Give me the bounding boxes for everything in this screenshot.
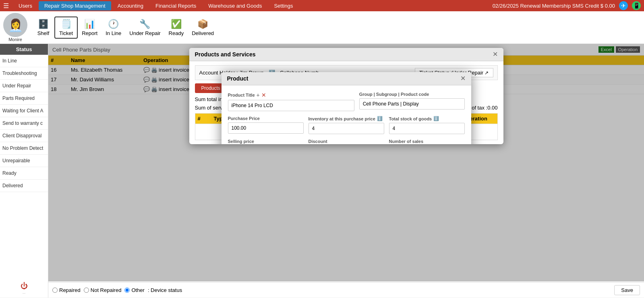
sidebar-item-ready[interactable]: Ready	[0, 167, 48, 180]
sidebar-item-parts-required[interactable]: Parts Required	[0, 92, 48, 105]
toolbar-area: 👩‍💼 Monire 🗄️ Shelf 🗒️ Ticket 📊 Report 🕐…	[0, 11, 644, 44]
products-services-modal: Products and Services ✕ Account Holder :…	[189, 48, 503, 144]
ps-modal-overlay: Products and Services ✕ Account Holder :…	[48, 44, 644, 281]
other-option[interactable]: Other	[124, 287, 145, 293]
nav-repair-shop[interactable]: Repair Shop Management	[39, 1, 111, 10]
sidebar-item-unrepairable[interactable]: Unrepairable	[0, 155, 48, 167]
avatar: 👩‍💼	[3, 13, 27, 37]
content-area: Cell Phone Parts Display Excel Operation…	[48, 44, 644, 298]
sidebar-item-no-problem[interactable]: No Problem Detect	[0, 142, 48, 155]
power-icon[interactable]: ⏻ ...	[0, 279, 48, 298]
inventory-label-row: Inventory at this purchase price ℹ️	[309, 116, 384, 121]
form-group-total-stock: Total stock of goods ℹ️	[389, 116, 465, 134]
date-membership-info: 02/26/2025 Renewal Membership SMS Credit…	[493, 3, 615, 9]
product-title-label: Product Title	[228, 93, 255, 97]
delivered-icon: 📦	[197, 19, 208, 29]
product-modal-title: Product	[227, 75, 248, 82]
total-stock-info-icon[interactable]: ℹ️	[433, 116, 439, 121]
under-repair-button[interactable]: 🔧 Under Repair	[125, 17, 164, 38]
form-group-num-sales: Number of sales	[389, 139, 465, 144]
product-modal-container: Product ✕ Product Title + ✕	[222, 72, 471, 144]
report-icon: 📊	[84, 19, 95, 29]
product-modal-header: Product ✕	[222, 72, 471, 85]
inline-button[interactable]: 🕐 In Line	[101, 17, 125, 38]
purchase-price-label: Purchase Price	[228, 116, 304, 121]
ready-icon: ✅	[171, 19, 182, 29]
top-bar-right-info: 02/26/2025 Renewal Membership SMS Credit…	[493, 1, 641, 10]
shelf-button[interactable]: 🗄️ Shelf	[32, 17, 54, 38]
ready-button[interactable]: ✅ Ready	[165, 17, 188, 38]
form-group-selling-price: Selling price	[228, 139, 304, 144]
avatar-name: Monire	[8, 37, 22, 42]
form-group-inventory: Inventory at this purchase price ℹ️	[309, 116, 384, 134]
repaired-option[interactable]: Repaired	[52, 287, 81, 293]
inventory-info-icon[interactable]: ℹ️	[377, 116, 383, 121]
purchase-price-input[interactable]	[228, 122, 304, 134]
psh-hash: #	[198, 116, 214, 122]
form-group-purchase-price: Purchase Price	[228, 116, 304, 134]
ps-modal-header: Products and Services ✕	[189, 48, 503, 61]
nav-settings[interactable]: Settings	[268, 1, 298, 10]
device-status-bar: Repaired Not Repaired Other : Device sta…	[48, 282, 644, 298]
sidebar-item-under-repair[interactable]: Under Repair	[0, 80, 48, 92]
left-sidebar: Status In Line Troubleshooting Under Rep…	[0, 44, 48, 298]
report-button[interactable]: 📊 Report	[78, 17, 101, 38]
ticket-button[interactable]: 🗒️ Ticket	[54, 17, 78, 39]
delivered-button[interactable]: 📦 Delivered	[188, 17, 218, 38]
sidebar-item-inline[interactable]: In Line	[0, 55, 48, 67]
main-layout: Status In Line Troubleshooting Under Rep…	[0, 44, 644, 298]
remove-product-icon[interactable]: ✕	[261, 92, 266, 98]
nav-warehouse[interactable]: Warehouse and Goods	[203, 1, 267, 10]
total-stock-input[interactable]	[389, 123, 465, 134]
total-stock-label: Total stock of goods	[389, 116, 432, 121]
sidebar-item-client-disapproval[interactable]: Client Disapproval	[0, 130, 48, 142]
inventory-input[interactable]	[309, 123, 384, 134]
inline-icon: 🕐	[108, 19, 119, 29]
inventory-label: Inventory at this purchase price	[309, 116, 375, 121]
sidebar-item-troubleshooting[interactable]: Troubleshooting	[0, 67, 48, 80]
form-row-2: Purchase Price Inventory at this purchas…	[228, 116, 465, 134]
product-modal-body: Product Title + ✕ Group | Subgroup | Pro…	[222, 85, 471, 144]
form-group-product-title: Product Title + ✕	[228, 92, 354, 111]
nav-users[interactable]: Users	[13, 1, 38, 10]
shelf-icon: 🗄️	[38, 19, 49, 29]
ps-modal-close-button[interactable]: ✕	[493, 51, 498, 58]
group-label: Group | Subgroup | Product code	[359, 92, 465, 97]
not-repaired-option[interactable]: Not Repaired	[84, 287, 122, 293]
menu-icon[interactable]: ☰	[3, 2, 9, 10]
sidebar-item-waiting-client[interactable]: Waiting for Client A	[0, 105, 48, 117]
sidebar-item-warranty[interactable]: Send to warranty c	[0, 117, 48, 130]
sidebar-header: Status	[0, 44, 48, 55]
whatsapp-icon[interactable]: 📱	[632, 1, 641, 10]
total-stock-label-row: Total stock of goods ℹ️	[389, 116, 465, 121]
ticket-icon: 🗒️	[61, 19, 72, 29]
discount-label: Discount	[309, 139, 384, 144]
selling-price-label: Selling price	[228, 139, 304, 144]
sidebar-item-delivered[interactable]: Delivered	[0, 180, 48, 192]
product-modal: Product ✕ Product Title + ✕	[222, 72, 471, 144]
add-product-icon[interactable]: +	[257, 92, 260, 98]
telegram-icon[interactable]: ✈	[619, 1, 628, 10]
nav-accounting[interactable]: Accounting	[112, 1, 149, 10]
device-status-save-button[interactable]: Save	[614, 285, 640, 295]
device-status-label: : Device status	[148, 287, 182, 293]
form-row-1: Product Title + ✕ Group | Subgroup | Pro…	[228, 92, 465, 111]
num-sales-label: Number of sales	[389, 139, 465, 144]
under-repair-icon: 🔧	[139, 19, 150, 29]
avatar-area: 👩‍💼 Monire	[3, 13, 27, 42]
product-title-label-row: Product Title + ✕	[228, 92, 354, 98]
ps-modal-title: Products and Services	[195, 51, 256, 58]
nav-financial-reports[interactable]: Financial Reports	[150, 1, 202, 10]
product-modal-close-button[interactable]: ✕	[460, 75, 466, 82]
form-row-3: Selling price Discount Number of sales	[228, 139, 465, 144]
top-navigation-bar: ☰ Users Repair Shop Management Accountin…	[0, 0, 644, 11]
group-input[interactable]	[359, 98, 465, 110]
form-group-product-group: Group | Subgroup | Product code	[359, 92, 465, 111]
product-title-input[interactable]	[228, 100, 354, 111]
form-group-discount: Discount	[309, 139, 384, 144]
